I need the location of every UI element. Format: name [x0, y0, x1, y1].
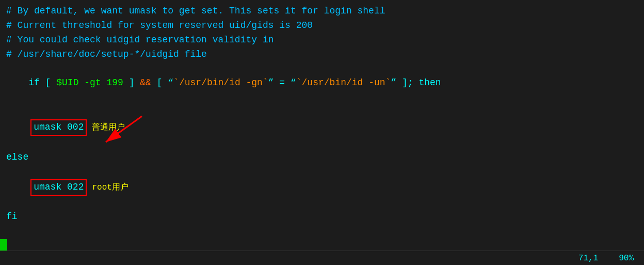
status-bar: 71,1 90%: [0, 251, 644, 265]
code-line-3: # You could check uidgid reservation val…: [6, 33, 638, 48]
code-editor: # By default, we want umask to get set. …: [0, 0, 644, 265]
code-line-1: # By default, we want umask to get set. …: [6, 4, 638, 19]
umask-022-box: umask 022: [30, 179, 87, 196]
code-line-2: # Current threshold for system reserved …: [6, 19, 638, 33]
cursor-position: 71,1: [578, 254, 598, 263]
umask-002-box: umask 002: [30, 119, 87, 136]
code-line-10: [6, 224, 638, 239]
annotation-root: root用户: [92, 183, 128, 192]
annotation-arrow: [101, 111, 163, 152]
code-line-7: else: [6, 150, 638, 165]
scroll-percent: 90%: [619, 254, 634, 263]
cursor-block: [0, 239, 7, 251]
code-line-5: if [ $UID -gt 199 ] && [ “`/usr/bin/id -…: [6, 62, 638, 105]
svg-line-1: [106, 116, 142, 142]
code-line-9: fi: [6, 210, 638, 224]
code-line-8: umask 022root用户: [8, 165, 638, 210]
code-line-4: # /usr/share/doc/setup-*/uidgid file: [6, 48, 638, 62]
